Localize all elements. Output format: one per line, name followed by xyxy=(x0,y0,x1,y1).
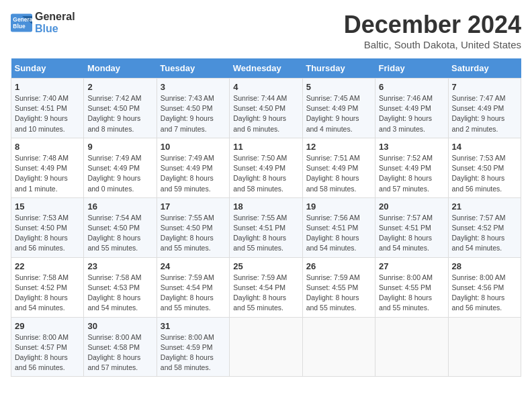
day-number: 24 xyxy=(161,261,226,271)
day-cell-25: 25Sunrise: 7:59 AM Sunset: 4:54 PM Dayli… xyxy=(230,257,302,317)
day-cell-7: 7Sunrise: 7:47 AM Sunset: 4:49 PM Daylig… xyxy=(448,79,521,138)
day-cell-23: 23Sunrise: 7:58 AM Sunset: 4:53 PM Dayli… xyxy=(84,257,157,317)
day-cell-20: 20Sunrise: 7:57 AM Sunset: 4:51 PM Dayli… xyxy=(375,197,448,257)
day-cell-21: 21Sunrise: 7:57 AM Sunset: 4:52 PM Dayli… xyxy=(448,197,521,257)
day-number: 18 xyxy=(233,201,298,212)
day-cell-1: 1Sunrise: 7:40 AM Sunset: 4:51 PM Daylig… xyxy=(11,79,84,138)
day-cell-3: 3Sunrise: 7:43 AM Sunset: 4:50 PM Daylig… xyxy=(157,79,229,138)
day-info: Sunrise: 7:40 AM Sunset: 4:51 PM Dayligh… xyxy=(15,93,80,134)
day-cell-27: 27Sunrise: 8:00 AM Sunset: 4:55 PM Dayli… xyxy=(375,257,448,317)
day-info: Sunrise: 7:47 AM Sunset: 4:49 PM Dayligh… xyxy=(452,93,517,134)
day-number: 27 xyxy=(379,261,444,271)
day-number: 29 xyxy=(15,321,80,331)
day-info: Sunrise: 7:59 AM Sunset: 4:54 PM Dayligh… xyxy=(161,273,226,314)
day-number: 21 xyxy=(452,201,517,212)
day-info: Sunrise: 7:46 AM Sunset: 4:49 PM Dayligh… xyxy=(379,93,444,134)
logo-icon: General Blue xyxy=(11,13,32,32)
day-info: Sunrise: 7:51 AM Sunset: 4:49 PM Dayligh… xyxy=(306,153,371,194)
day-number: 2 xyxy=(87,82,152,92)
day-cell-18: 18Sunrise: 7:55 AM Sunset: 4:51 PM Dayli… xyxy=(230,197,302,257)
day-info: Sunrise: 7:56 AM Sunset: 4:51 PM Dayligh… xyxy=(306,213,371,254)
day-cell-5: 5Sunrise: 7:45 AM Sunset: 4:49 PM Daylig… xyxy=(302,79,375,138)
day-info: Sunrise: 7:55 AM Sunset: 4:50 PM Dayligh… xyxy=(161,213,226,254)
header-thursday: Thursday xyxy=(302,58,375,79)
day-number: 14 xyxy=(452,142,517,152)
day-info: Sunrise: 7:49 AM Sunset: 4:49 PM Dayligh… xyxy=(87,153,152,194)
day-cell-6: 6Sunrise: 7:46 AM Sunset: 4:49 PM Daylig… xyxy=(375,79,448,138)
day-info: Sunrise: 8:00 AM Sunset: 4:56 PM Dayligh… xyxy=(452,273,517,314)
day-info: Sunrise: 7:58 AM Sunset: 4:53 PM Dayligh… xyxy=(87,273,152,314)
day-cell-30: 30Sunrise: 8:00 AM Sunset: 4:58 PM Dayli… xyxy=(84,317,157,377)
day-info: Sunrise: 8:00 AM Sunset: 4:58 PM Dayligh… xyxy=(87,332,152,373)
day-cell-4: 4Sunrise: 7:44 AM Sunset: 4:50 PM Daylig… xyxy=(230,79,302,138)
calendar-week-1: 1Sunrise: 7:40 AM Sunset: 4:51 PM Daylig… xyxy=(11,79,521,138)
day-number: 4 xyxy=(233,82,298,92)
day-info: Sunrise: 8:00 AM Sunset: 4:57 PM Dayligh… xyxy=(15,332,80,373)
svg-text:Blue: Blue xyxy=(13,23,26,30)
day-number: 31 xyxy=(161,321,226,331)
calendar-title: December 2024 xyxy=(344,11,521,39)
day-info: Sunrise: 8:00 AM Sunset: 4:55 PM Dayligh… xyxy=(379,273,444,314)
day-info: Sunrise: 8:00 AM Sunset: 4:59 PM Dayligh… xyxy=(161,332,226,373)
day-info: Sunrise: 7:59 AM Sunset: 4:55 PM Dayligh… xyxy=(306,273,371,314)
header-tuesday: Tuesday xyxy=(157,58,229,79)
day-cell-26: 26Sunrise: 7:59 AM Sunset: 4:55 PM Dayli… xyxy=(302,257,375,317)
day-number: 28 xyxy=(452,261,517,271)
day-info: Sunrise: 7:57 AM Sunset: 4:51 PM Dayligh… xyxy=(379,213,444,254)
empty-cell xyxy=(375,317,448,377)
day-info: Sunrise: 7:52 AM Sunset: 4:49 PM Dayligh… xyxy=(379,153,444,194)
day-number: 6 xyxy=(379,82,444,92)
day-cell-2: 2Sunrise: 7:42 AM Sunset: 4:50 PM Daylig… xyxy=(84,79,157,138)
day-number: 26 xyxy=(306,261,371,271)
calendar-week-3: 15Sunrise: 7:53 AM Sunset: 4:50 PM Dayli… xyxy=(11,197,521,257)
day-number: 11 xyxy=(233,142,298,152)
day-number: 13 xyxy=(379,142,444,152)
day-number: 17 xyxy=(161,201,226,212)
day-cell-28: 28Sunrise: 8:00 AM Sunset: 4:56 PM Dayli… xyxy=(448,257,521,317)
svg-text:General: General xyxy=(13,16,32,23)
day-cell-31: 31Sunrise: 8:00 AM Sunset: 4:59 PM Dayli… xyxy=(157,317,229,377)
day-info: Sunrise: 7:58 AM Sunset: 4:52 PM Dayligh… xyxy=(15,273,80,314)
header-saturday: Saturday xyxy=(448,58,521,79)
day-number: 8 xyxy=(15,142,80,152)
calendar-week-5: 29Sunrise: 8:00 AM Sunset: 4:57 PM Dayli… xyxy=(11,317,521,377)
calendar-week-4: 22Sunrise: 7:58 AM Sunset: 4:52 PM Dayli… xyxy=(11,257,521,317)
day-number: 30 xyxy=(87,321,152,331)
day-number: 15 xyxy=(15,201,80,212)
day-info: Sunrise: 7:50 AM Sunset: 4:49 PM Dayligh… xyxy=(233,153,298,194)
day-cell-16: 16Sunrise: 7:54 AM Sunset: 4:50 PM Dayli… xyxy=(84,197,157,257)
day-number: 3 xyxy=(161,82,226,92)
day-number: 16 xyxy=(87,201,152,212)
day-number: 1 xyxy=(15,82,80,92)
day-info: Sunrise: 7:43 AM Sunset: 4:50 PM Dayligh… xyxy=(161,93,226,134)
day-number: 19 xyxy=(306,201,371,212)
day-info: Sunrise: 7:57 AM Sunset: 4:52 PM Dayligh… xyxy=(452,213,517,254)
header-friday: Friday xyxy=(375,58,448,79)
day-cell-22: 22Sunrise: 7:58 AM Sunset: 4:52 PM Dayli… xyxy=(11,257,84,317)
day-cell-15: 15Sunrise: 7:53 AM Sunset: 4:50 PM Dayli… xyxy=(11,197,84,257)
day-cell-11: 11Sunrise: 7:50 AM Sunset: 4:49 PM Dayli… xyxy=(230,138,302,197)
day-number: 23 xyxy=(87,261,152,271)
calendar-week-2: 8Sunrise: 7:48 AM Sunset: 4:49 PM Daylig… xyxy=(11,138,521,197)
empty-cell xyxy=(302,317,375,377)
day-info: Sunrise: 7:53 AM Sunset: 4:50 PM Dayligh… xyxy=(15,213,80,254)
day-cell-19: 19Sunrise: 7:56 AM Sunset: 4:51 PM Dayli… xyxy=(302,197,375,257)
day-cell-10: 10Sunrise: 7:49 AM Sunset: 4:49 PM Dayli… xyxy=(157,138,229,197)
day-info: Sunrise: 7:45 AM Sunset: 4:49 PM Dayligh… xyxy=(306,93,371,134)
day-info: Sunrise: 7:59 AM Sunset: 4:54 PM Dayligh… xyxy=(233,273,298,314)
empty-cell xyxy=(230,317,302,377)
day-cell-29: 29Sunrise: 8:00 AM Sunset: 4:57 PM Dayli… xyxy=(11,317,84,377)
day-number: 5 xyxy=(306,82,371,92)
empty-cell xyxy=(448,317,521,377)
day-cell-8: 8Sunrise: 7:48 AM Sunset: 4:49 PM Daylig… xyxy=(11,138,84,197)
day-number: 22 xyxy=(15,261,80,271)
header-sunday: Sunday xyxy=(11,58,84,79)
day-cell-13: 13Sunrise: 7:52 AM Sunset: 4:49 PM Dayli… xyxy=(375,138,448,197)
day-info: Sunrise: 7:54 AM Sunset: 4:50 PM Dayligh… xyxy=(87,213,152,254)
day-number: 12 xyxy=(306,142,371,152)
day-number: 25 xyxy=(233,261,298,271)
header-wednesday: Wednesday xyxy=(230,58,302,79)
day-cell-9: 9Sunrise: 7:49 AM Sunset: 4:49 PM Daylig… xyxy=(84,138,157,197)
calendar-subtitle: Baltic, South Dakota, United States xyxy=(344,39,521,50)
day-info: Sunrise: 7:42 AM Sunset: 4:50 PM Dayligh… xyxy=(87,93,152,134)
